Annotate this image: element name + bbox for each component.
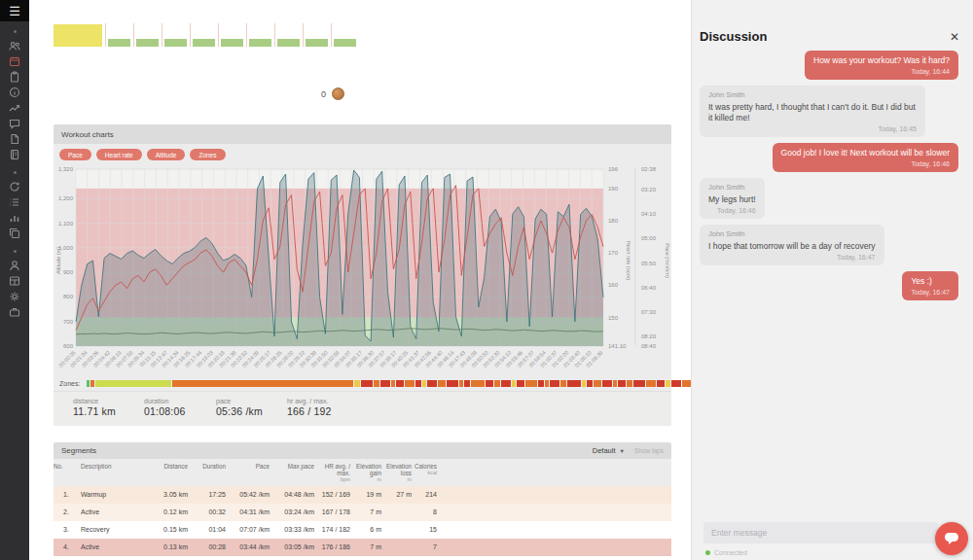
zone-segment [396,380,404,387]
zone-segment [646,380,656,387]
zone-segment [517,380,524,387]
table-cell: 7 m [352,543,383,550]
zone-segment [550,380,559,387]
sync-icon[interactable] [9,181,20,192]
chip-pace[interactable]: Pace [59,149,91,160]
message-time: Today, 16:45 [708,124,917,133]
svg-text:04:10: 04:10 [641,211,657,217]
lap-separator [162,23,162,47]
lap-bar[interactable] [334,39,356,47]
bar-chart-icon[interactable] [9,212,20,224]
table-cell: 07:07 /km [228,526,271,533]
table-cell: Active [81,508,146,515]
clipboard-icon[interactable] [9,71,20,83]
zone-segment [657,380,665,387]
activity-icon[interactable] [9,102,20,114]
workout-charts-title: Workout charts [61,130,114,139]
lap-cell [331,23,359,47]
table-cell: 15 [414,526,439,533]
journal-icon[interactable] [9,149,20,160]
message-text: Good job! I love it! Next workout will b… [781,148,950,158]
zone-segment [582,380,586,387]
chart-toggle-chips: PaceHeart rateAltitudeZones [54,144,671,163]
user-icon[interactable] [9,260,20,271]
lap-bar[interactable] [277,39,300,47]
message-input[interactable] [703,522,938,543]
zone-segment [512,380,516,387]
close-icon[interactable]: ✕ [950,30,959,44]
workout-chart[interactable]: 00:00:0500:01:3400:03:0600:04:4200:06:19… [54,163,671,379]
zone-segment [459,380,463,387]
zone-segment [471,380,485,387]
table-row[interactable]: 1.Warmup3.05 km17:2505:42 /km04:48 /km15… [54,486,671,504]
table-cell: 8 [414,508,439,515]
message-time: Today, 16:47 [708,253,876,262]
table-cell: 1. [54,491,81,498]
table-row[interactable]: 3.Recovery0.15 km01:0407:07 /km03:33 /km… [54,521,671,539]
lap-cell [133,23,162,47]
discussion-title: Discussion [700,29,767,44]
lap-cell [105,23,133,47]
info-icon[interactable] [9,87,20,98]
chip-heart-rate[interactable]: Heart rate [96,149,142,160]
table-cell: 01:04 [190,526,228,533]
segments-title: Segments [61,446,96,455]
zone-segment [602,380,612,387]
chevron-down-icon[interactable]: ▼ [620,448,625,454]
stat-value: 166 / 192 [287,405,404,417]
lap-bar[interactable] [249,39,271,47]
table-icon[interactable] [9,275,20,287]
chat-message[interactable]: Yes :)Today, 16:47 [902,271,958,300]
file-icon[interactable] [9,133,20,145]
chip-zones[interactable]: Zones [190,149,225,160]
zone-segment [87,380,90,387]
message-text: It was pretty hard, I thought that I can… [708,102,917,123]
message-author: John Smith [708,229,876,239]
rail-divider-dot [14,30,17,33]
preset-select[interactable]: Default [593,446,616,455]
lap-separator [274,23,275,47]
users-icon[interactable] [9,40,20,52]
table-cell: 7 m [352,508,383,515]
chat-bubble-icon [944,532,959,545]
show-laps-button[interactable]: Show laps [634,447,664,454]
lap-bar[interactable] [108,39,130,47]
lap-bar[interactable] [306,39,328,47]
lap-bar-selected[interactable] [54,24,102,47]
briefcase-icon[interactable] [9,306,20,318]
zone-segment [361,380,373,387]
svg-text:08:40: 08:40 [641,343,657,349]
zone-segment [560,380,566,387]
copy-icon[interactable] [9,228,20,239]
table-cell: 03:24 /km [271,508,316,515]
chat-message[interactable]: John SmithIt was pretty hard, I thought … [700,86,925,137]
table-row[interactable]: 4.Active0.13 km00:2803:44 /km03:05 /km17… [54,539,671,556]
lap-bar[interactable] [164,39,187,47]
stat-value: 01:08:06 [144,405,216,417]
lap-bar[interactable] [221,39,243,47]
lap-separator [190,23,191,47]
calendar-icon[interactable] [9,55,20,67]
list-icon[interactable] [9,196,20,208]
menu-icon[interactable]: ☰ [0,0,29,21]
settings-icon[interactable] [9,291,20,302]
chat-fab-button[interactable] [935,522,968,555]
chip-altitude[interactable]: Altitude [147,149,186,160]
chat-message[interactable]: How was your workout? Was it hard?Today,… [805,51,958,80]
table-cell: 7 [414,543,439,550]
chat-message[interactable]: John SmithMy legs hurt!Today, 16:46 [700,178,765,219]
lap-bar[interactable] [136,39,159,47]
stat-hr: hr avg. / max. 166 / 192 [287,398,404,417]
table-cell: Warmup [81,491,146,498]
zone-segment [464,380,470,387]
table-row[interactable]: 2.Active0.12 km00:3204:31 /km03:24 /km16… [54,504,671,521]
table-cell: 0.12 km [146,508,190,515]
lap-bar[interactable] [193,39,215,47]
chat-icon[interactable] [9,118,20,129]
stat-label: distance [73,398,144,404]
avatar[interactable] [332,88,344,100]
chat-message[interactable]: Good job! I love it! Next workout will b… [773,143,958,172]
svg-text:190: 190 [608,186,619,192]
message-time: Today, 16:46 [708,206,756,215]
chat-message[interactable]: John SmithI hope that tomorrow will be a… [700,225,884,265]
